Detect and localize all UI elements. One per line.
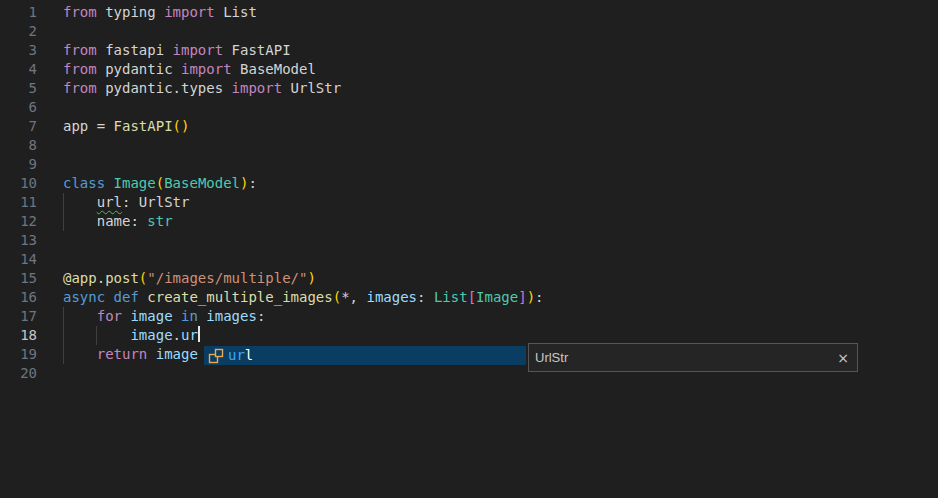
code-line: 11 url: UrlStr (0, 193, 938, 212)
code-token: in (173, 308, 207, 324)
code-token: image (130, 327, 172, 343)
code-token: from (63, 42, 97, 58)
code-line: 14 (0, 250, 938, 269)
code-lines: 1from typing import List23from fastapi i… (0, 3, 938, 383)
indent-guide (96, 326, 97, 345)
code-token: *, (341, 289, 366, 305)
code-token: : (417, 289, 434, 305)
symbol-field-icon (208, 348, 224, 364)
suggest-item-url[interactable]: url (204, 346, 526, 365)
code-line: 5from pydantic.types import UrlStr (0, 79, 938, 98)
suggest-detail-text: UrlStr (535, 350, 568, 365)
line-number: 19 (0, 345, 37, 364)
code-token: import (181, 61, 232, 77)
indent-guide (63, 212, 64, 231)
code-line: 1from typing import List (0, 3, 938, 22)
code-token: class (63, 175, 114, 191)
suggest-label-match: ur (228, 347, 245, 363)
code-token: UrlStr (282, 80, 341, 96)
line-number: 4 (0, 60, 37, 79)
code-token: ) (307, 270, 315, 286)
code-token: url (97, 194, 122, 210)
line-number: 10 (0, 174, 37, 193)
code-line: 9 (0, 155, 938, 174)
line-number: 16 (0, 288, 37, 307)
code-token: typing (97, 4, 164, 20)
code-token: : (257, 308, 265, 324)
line-number: 3 (0, 41, 37, 60)
line-number: 12 (0, 212, 37, 231)
code-token: pydantic.types (97, 80, 232, 96)
code-line: 15@app.post("/images/multiple/") (0, 269, 938, 288)
code-token: BaseModel (232, 61, 316, 77)
code-token: List (215, 4, 257, 20)
indent-guide (63, 307, 64, 326)
code-token: image (156, 346, 198, 362)
code-line: 2 (0, 22, 938, 41)
code-token: from (63, 80, 97, 96)
line-number: 13 (0, 231, 37, 250)
indent-guide (63, 193, 64, 212)
code-token: ( (156, 175, 164, 191)
code-token: @app.post (63, 270, 139, 286)
code-token: Image (476, 289, 518, 305)
code-token: Image (114, 175, 156, 191)
code-editor[interactable]: 1from typing import List23from fastapi i… (0, 0, 938, 498)
code-token (63, 346, 97, 362)
code-token: : UrlStr (122, 194, 189, 210)
code-token: [ (468, 289, 476, 305)
indent-guide (63, 326, 64, 345)
code-line: 13 (0, 231, 938, 250)
code-token: from (63, 61, 97, 77)
line-number: 1 (0, 3, 37, 22)
code-token: images (206, 308, 257, 324)
line-number: 17 (0, 307, 37, 326)
code-token: List (434, 289, 468, 305)
code-line: 4from pydantic import BaseModel (0, 60, 938, 79)
code-token: import (232, 80, 283, 96)
code-token: ) (527, 289, 535, 305)
line-number: 8 (0, 136, 37, 155)
code-line: 6 (0, 98, 938, 117)
line-number: 11 (0, 193, 37, 212)
suggest-item-label: url (228, 346, 253, 365)
code-line: 3from fastapi import FastAPI (0, 41, 938, 60)
line-number: 14 (0, 250, 37, 269)
code-token: import (164, 4, 215, 20)
code-line: 17 for image in images: (0, 307, 938, 326)
code-token: import (173, 42, 224, 58)
text-cursor (198, 326, 200, 342)
code-token: app = (63, 118, 114, 134)
code-token: FastAPI (223, 42, 290, 58)
close-icon[interactable]: × (837, 351, 849, 365)
code-token: "/images/multiple/" (147, 270, 307, 286)
code-token: fastapi (97, 42, 173, 58)
code-token (63, 194, 97, 210)
code-line: 8 (0, 136, 938, 155)
code-line: 7app = FastAPI() (0, 117, 938, 136)
code-token: pydantic (97, 61, 181, 77)
code-token: FastAPI (114, 118, 173, 134)
suggest-detail-panel: UrlStr × (528, 343, 858, 372)
code-token: : (248, 175, 256, 191)
code-line: 16async def create_multiple_images(*, im… (0, 288, 938, 307)
line-number: 2 (0, 22, 37, 41)
code-token: async def (63, 289, 147, 305)
code-token: from (63, 4, 97, 20)
code-token: ] (518, 289, 526, 305)
suggest-label-rest: l (245, 347, 253, 363)
code-line: 12 name: str (0, 212, 938, 231)
code-token: return (97, 346, 156, 362)
code-token: ur (181, 327, 198, 343)
code-token: name: (63, 213, 147, 229)
code-token: () (173, 118, 190, 134)
line-number: 5 (0, 79, 37, 98)
line-number: 18 (0, 326, 37, 345)
line-number: 7 (0, 117, 37, 136)
code-token: for (97, 308, 131, 324)
code-line: 10class Image(BaseModel): (0, 174, 938, 193)
code-token: BaseModel (164, 175, 240, 191)
line-number: 9 (0, 155, 37, 174)
code-token: ( (333, 289, 341, 305)
code-token: str (147, 213, 172, 229)
